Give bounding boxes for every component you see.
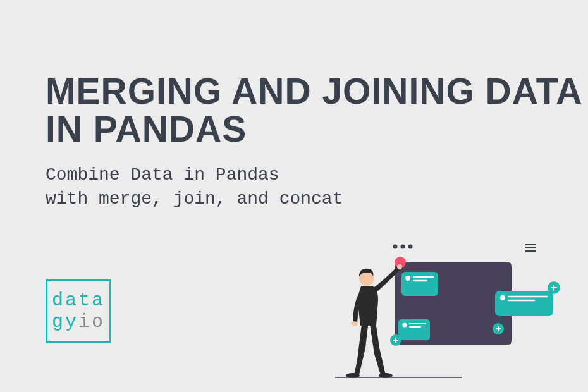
svg-point-31 <box>352 321 357 326</box>
datagy-logo: data gyio <box>46 279 111 343</box>
svg-point-2 <box>408 245 413 249</box>
subtitle-line1: Combine Data in Pandas <box>46 165 279 185</box>
svg-rect-7 <box>401 272 438 296</box>
svg-point-30 <box>397 264 402 269</box>
svg-point-13 <box>403 323 407 328</box>
logo-gy: gy <box>52 311 78 333</box>
svg-rect-12 <box>398 319 430 340</box>
logo-text-line1: data <box>52 291 105 310</box>
svg-point-0 <box>393 245 398 249</box>
page-title: MERGING AND JOINING DATA IN PANDAS <box>46 73 588 149</box>
person-screen-illustration <box>335 237 563 383</box>
page-subtitle: Combine Data in Pandas with merge, join,… <box>46 163 343 211</box>
svg-point-8 <box>405 276 410 281</box>
svg-point-1 <box>401 245 405 249</box>
logo-io: io <box>78 311 105 333</box>
subtitle-line2: with merge, join, and concat <box>46 189 343 209</box>
svg-point-20 <box>500 295 505 300</box>
logo-text-line2: gyio <box>52 312 105 331</box>
svg-rect-19 <box>495 291 553 316</box>
